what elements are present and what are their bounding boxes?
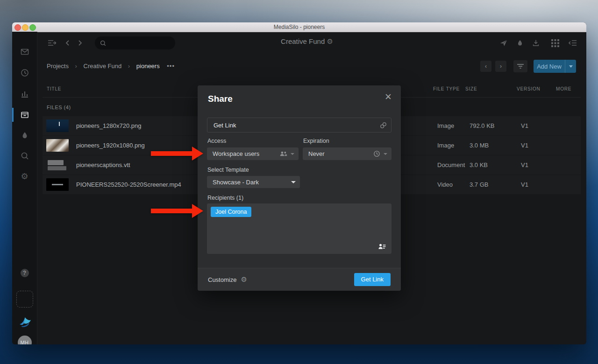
template-label: Select Template (207, 167, 249, 173)
add-new-dropdown-button[interactable] (565, 60, 576, 73)
share-modal: Share ✕ Access Expiration Workspace user… (198, 85, 401, 291)
access-label: Access (207, 138, 226, 144)
app-window: MediaSilo - pioneers (12, 22, 586, 344)
access-select[interactable]: Workspace users (207, 147, 299, 160)
breadcrumb-more-button[interactable]: ••• (167, 63, 175, 70)
file-version: V1 (521, 142, 528, 149)
mediasilo-logo-icon (18, 314, 32, 328)
breadcrumb-projects[interactable]: Projects (47, 63, 69, 70)
col-file-type[interactable]: FILE TYPE (433, 86, 460, 91)
page-prev-button[interactable]: ‹ (480, 61, 491, 72)
dashed-square-icon (16, 291, 33, 308)
expiration-value: Never (308, 150, 373, 157)
file-thumbnail[interactable] (46, 119, 69, 132)
window-title: MediaSilo - pioneers (12, 22, 586, 32)
share-send-button[interactable] (498, 38, 509, 48)
file-size: 3.7 GB (470, 181, 488, 188)
col-size[interactable]: SIZE (465, 86, 477, 91)
people-icon (279, 151, 287, 157)
search-icon (20, 151, 29, 161)
file-title[interactable]: pioneerscaptions.vtt (76, 161, 130, 168)
sidebar-item-activity[interactable] (12, 128, 37, 142)
chevron-down-icon (569, 65, 573, 68)
link-chain-icon[interactable] (375, 121, 391, 129)
apps-grid-button[interactable] (550, 38, 560, 48)
col-more[interactable]: MORE (556, 86, 571, 91)
sidebar-item-projects[interactable] (12, 108, 37, 122)
template-select[interactable]: Showcase - Dark (207, 176, 300, 188)
gear-icon: ⚙ (21, 171, 28, 182)
col-version[interactable]: VERSION (517, 86, 541, 91)
get-link-field (207, 118, 392, 133)
file-size: 3.0 MB (470, 142, 489, 149)
grid-icon (551, 39, 559, 47)
file-thumbnail[interactable] (46, 139, 69, 152)
template-value: Showcase - Dark (213, 179, 291, 186)
page-next-button[interactable]: › (495, 61, 506, 72)
add-new-button[interactable]: Add New (534, 63, 565, 70)
recipients-label: Recipients (1) (207, 195, 243, 201)
files-section-label: FILES (4) (47, 105, 71, 110)
annotation-arrow-recipient (151, 204, 203, 218)
expiration-select[interactable]: Never (303, 147, 392, 160)
sidebar-user-avatar[interactable]: MH (12, 334, 37, 344)
file-version: V1 (521, 161, 528, 168)
filter-button[interactable] (513, 60, 527, 72)
downloads-button[interactable] (531, 38, 541, 48)
customize-control[interactable]: Customize ⚙ (208, 275, 247, 284)
sidebar-logo[interactable] (12, 313, 37, 329)
file-thumbnail[interactable] (46, 178, 69, 191)
file-type: Image (437, 122, 454, 129)
clock-icon (373, 150, 380, 157)
breadcrumb: Projects › Creative Fund › pioneers ••• (47, 63, 175, 70)
mail-icon (20, 47, 29, 56)
file-title[interactable]: pioneers_1920x1080.png (76, 142, 145, 149)
breadcrumb-separator: › (75, 63, 77, 70)
chevron-down-icon (291, 181, 296, 183)
add-new-split-button: Add New (534, 60, 576, 73)
gear-icon: ⚙ (241, 275, 247, 284)
close-icon[interactable]: ✕ (383, 92, 393, 102)
sidebar-drop-zone[interactable] (12, 290, 37, 308)
titlebar: MediaSilo - pioneers (12, 22, 586, 32)
details-panel-toggle[interactable] (567, 38, 578, 48)
avatar: MH (18, 336, 32, 344)
add-recipient-icon[interactable] (378, 243, 386, 250)
sidebar-item-recent[interactable] (12, 66, 37, 80)
paper-plane-icon (499, 39, 508, 47)
activity-button[interactable] (515, 38, 525, 48)
sidebar-item-search[interactable] (12, 149, 37, 163)
recipients-box[interactable]: Joel Corona (207, 203, 392, 254)
sidebar-item-analytics[interactable] (12, 87, 37, 101)
clock-icon (20, 68, 29, 77)
file-title[interactable]: PIONEERS252520-2520Screener.mp4 (76, 181, 181, 188)
file-size: 792.0 KB (470, 122, 495, 129)
download-icon (532, 39, 540, 47)
file-version: V1 (521, 181, 528, 188)
project-header: Creative Fund ⚙ (37, 37, 577, 46)
recipient-chip[interactable]: Joel Corona (211, 207, 251, 217)
archive-box-icon (20, 110, 29, 119)
document-icon[interactable] (46, 159, 69, 171)
breadcrumb-separator: › (128, 63, 130, 70)
sidebar-item-help[interactable]: ? (12, 266, 37, 280)
sidebar-item-settings[interactable]: ⚙ (12, 169, 37, 183)
panel-list-icon (568, 38, 578, 48)
modal-footer: Customize ⚙ Get Link (198, 268, 401, 291)
col-title[interactable]: TITLE (47, 86, 61, 91)
get-link-button[interactable]: Get Link (354, 273, 391, 286)
file-type: Document (437, 161, 465, 168)
file-size: 3.0 KB (470, 161, 488, 168)
project-settings-gear-icon[interactable]: ⚙ (327, 37, 333, 45)
chevron-down-icon (384, 153, 387, 155)
breadcrumb-creative-fund[interactable]: Creative Fund (84, 63, 122, 70)
sidebar: ⚙ ? MH (12, 32, 37, 344)
breadcrumb-pioneers[interactable]: pioneers (136, 63, 160, 70)
customize-label: Customize (208, 276, 236, 283)
link-name-input[interactable] (207, 121, 375, 129)
file-version: V1 (521, 122, 528, 129)
sidebar-item-messages[interactable] (12, 45, 37, 59)
file-title[interactable]: pioneers_1280x720.png (76, 122, 142, 129)
chevron-down-icon (291, 153, 294, 155)
filter-icon (517, 63, 524, 69)
